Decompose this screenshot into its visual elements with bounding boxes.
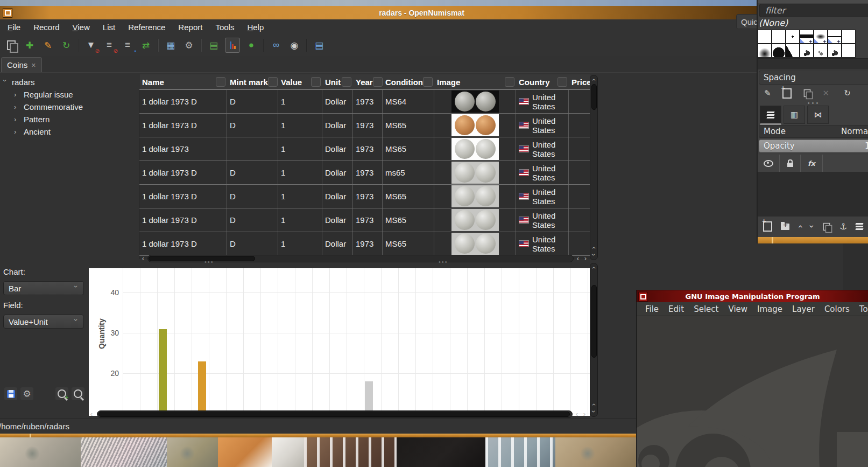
gimp-menu-image[interactable]: Image bbox=[754, 303, 786, 315]
settings-gear-icon[interactable]: ⚙ bbox=[182, 38, 196, 52]
tab-paths[interactable]: ⋈ bbox=[807, 106, 829, 124]
brush-clip[interactable] bbox=[842, 44, 856, 58]
scroll-left-icon[interactable]: ‹ bbox=[575, 255, 581, 262]
tree-item-root[interactable]: ›radars bbox=[2, 76, 137, 88]
duplicate-layer-icon[interactable] bbox=[823, 222, 830, 230]
brush-splatter-2[interactable] bbox=[828, 44, 842, 58]
column-filter-button[interactable] bbox=[216, 77, 225, 87]
column-filter-button[interactable] bbox=[423, 77, 433, 87]
save-chart-button[interactable] bbox=[4, 387, 17, 400]
clear-list-icon[interactable]: ≡⊘ bbox=[102, 38, 116, 52]
chevron-collapsed-icon[interactable]: › bbox=[14, 90, 19, 99]
chart-field-select[interactable]: Value+Unit › bbox=[3, 315, 84, 329]
anchor-layer-icon[interactable]: ⚓ bbox=[839, 221, 847, 232]
open-collection-icon[interactable] bbox=[4, 38, 18, 52]
chevron-collapsed-icon[interactable]: › bbox=[14, 128, 19, 136]
table-row[interactable]: 1 dollar 19731Dollar1973MS65United State… bbox=[139, 137, 590, 161]
gimp-menu-colors[interactable]: Colors bbox=[821, 303, 853, 315]
tree-item-ancient[interactable]: ›Ancient bbox=[2, 126, 137, 138]
menu-file[interactable]: File bbox=[2, 21, 26, 33]
chevron-expanded-icon[interactable]: › bbox=[1, 80, 9, 85]
merge-layers-icon[interactable] bbox=[856, 223, 863, 230]
add-coin-icon[interactable]: ✚ bbox=[23, 38, 37, 52]
gimp-menu-select[interactable]: Select bbox=[690, 303, 722, 315]
table-vscroll-thumb[interactable] bbox=[591, 84, 597, 110]
visibility-column-header[interactable] bbox=[758, 155, 780, 172]
map-view-icon[interactable]: ● bbox=[244, 38, 258, 52]
column-header-year[interactable]: Year bbox=[353, 74, 383, 89]
edit-coin-icon[interactable]: ✎ bbox=[41, 38, 55, 52]
refresh-brushes-icon[interactable]: ↻ bbox=[844, 88, 851, 98]
layer-opacity-slider[interactable]: Opacity 100.0 bbox=[759, 140, 868, 152]
chart-hscrollbar[interactable]: ‹ ‹ › bbox=[86, 410, 590, 418]
opennumismat-titlebar[interactable]: radars - OpenNumismat bbox=[0, 6, 843, 19]
gimp-titlebar[interactable]: GNU Image Manipulation Program bbox=[637, 290, 868, 302]
tree-item-commemorative[interactable]: ›Commemorative bbox=[2, 101, 137, 113]
sync-icon[interactable]: ∞ bbox=[269, 38, 283, 52]
menu-record[interactable]: Record bbox=[28, 21, 65, 33]
brush-line[interactable]: + bbox=[828, 30, 842, 44]
column-header-mint-mark[interactable]: Mint mark bbox=[227, 74, 278, 89]
gimp-canvas[interactable] bbox=[637, 316, 868, 467]
column-header-unit[interactable]: Unit bbox=[322, 74, 353, 89]
scroll-up-icon[interactable]: › bbox=[590, 401, 597, 408]
table-vscrollbar[interactable]: › › › bbox=[590, 75, 598, 260]
column-header-country[interactable]: Country bbox=[516, 74, 569, 89]
brush-block[interactable]: + bbox=[800, 30, 814, 44]
menu-view[interactable]: View bbox=[67, 21, 95, 33]
tree-item-pattern[interactable]: ›Pattern bbox=[2, 113, 137, 126]
chevron-collapsed-icon[interactable]: › bbox=[14, 103, 19, 111]
column-header-condition[interactable]: Condition bbox=[383, 74, 434, 89]
tab-layers[interactable] bbox=[760, 106, 781, 125]
menu-report[interactable]: Report bbox=[173, 21, 208, 33]
brush-splatter[interactable] bbox=[800, 44, 814, 58]
lower-layer-icon[interactable]: › bbox=[807, 225, 817, 228]
column-header-name[interactable]: Name bbox=[139, 74, 227, 89]
clear-filters-icon[interactable]: ▼⊘ bbox=[84, 38, 98, 52]
gimp-menu-edit[interactable]: Edit bbox=[665, 303, 687, 315]
tab-coins[interactable]: Coins × bbox=[1, 57, 42, 72]
raise-layer-icon[interactable]: › bbox=[795, 225, 805, 228]
brush-filter-input[interactable]: filter bbox=[759, 4, 868, 17]
table-row[interactable]: 1 dollar 1973 DD1Dollar1973MS64United St… bbox=[139, 90, 590, 114]
shuffle-icon[interactable]: ⇄ bbox=[139, 38, 153, 52]
duplicate-brush-icon[interactable] bbox=[803, 89, 810, 97]
new-layer-group-icon[interactable] bbox=[781, 224, 789, 230]
save-list-icon[interactable]: ≡▪ bbox=[121, 38, 135, 52]
statistics-chart-icon[interactable] bbox=[225, 38, 240, 53]
zoom-in-button[interactable]: + bbox=[55, 387, 68, 400]
scroll-right-icon[interactable]: › bbox=[582, 255, 589, 262]
tab-channels[interactable]: ▥ bbox=[784, 106, 805, 124]
gimp-menu-view[interactable]: View bbox=[725, 303, 751, 315]
chart-vscroll-thumb[interactable] bbox=[591, 285, 597, 358]
menu-list[interactable]: List bbox=[97, 21, 121, 33]
table-row[interactable]: 1 dollar 1973 DD1Dollar1973MS65United St… bbox=[139, 232, 590, 256]
menu-tools[interactable]: Tools bbox=[210, 21, 239, 33]
scroll-up-icon[interactable]: › bbox=[590, 264, 597, 271]
brush-blank[interactable] bbox=[758, 30, 772, 44]
undo-icon[interactable]: ↻ bbox=[59, 38, 73, 52]
chart-settings-button[interactable]: ⚙ bbox=[20, 387, 33, 400]
scroll-up-icon[interactable]: › bbox=[590, 76, 597, 83]
delete-brush-icon[interactable]: ✕ bbox=[823, 88, 830, 98]
column-filter-button[interactable] bbox=[558, 77, 567, 87]
scroll-down-icon[interactable]: › bbox=[590, 252, 597, 258]
tab-close-icon[interactable]: × bbox=[31, 61, 36, 69]
brush-soft-ellipse[interactable]: + bbox=[814, 30, 828, 44]
column-filter-button[interactable] bbox=[268, 77, 278, 87]
gimp-menu-file[interactable]: File bbox=[642, 303, 662, 315]
brush-clip[interactable] bbox=[842, 30, 856, 44]
column-header-price[interactable]: Price bbox=[569, 74, 590, 89]
table-row[interactable]: 1 dollar 1973 DD1Dollar1973MS65United St… bbox=[139, 185, 590, 208]
window-menu-icon[interactable] bbox=[3, 8, 12, 18]
table-view-icon[interactable]: ▤ bbox=[207, 38, 221, 52]
scroll-right-icon[interactable]: › bbox=[581, 411, 588, 417]
column-header-value[interactable]: Value bbox=[278, 74, 322, 89]
summary-icon[interactable]: ▤ bbox=[312, 38, 326, 52]
column-filter-button[interactable] bbox=[342, 77, 351, 87]
image-viewer-icon[interactable]: ▦ bbox=[164, 38, 178, 52]
column-filter-button[interactable] bbox=[505, 77, 514, 87]
column-header-image[interactable]: Image bbox=[434, 74, 516, 89]
scroll-up-icon[interactable]: › bbox=[590, 245, 597, 251]
gimp-menu-tools[interactable]: Tools bbox=[856, 303, 868, 315]
